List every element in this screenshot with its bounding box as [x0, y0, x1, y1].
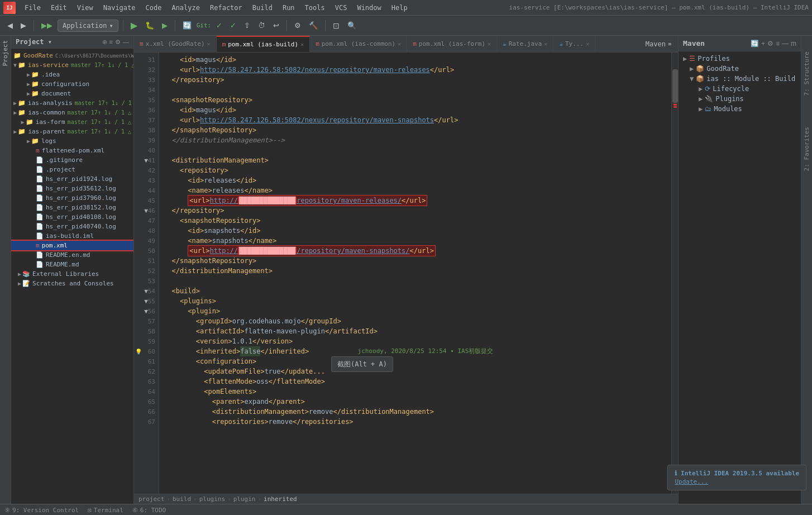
run-button[interactable]: ▶	[128, 18, 140, 32]
tree-item-log6[interactable]: 📄 hs_err_pid40740.log	[11, 222, 133, 231]
menu-window[interactable]: Window	[352, 2, 385, 13]
tree-item-ias-analysis[interactable]: ▶ 📁 ias-analysis master 17↑ 1↓ / 1 △	[11, 98, 133, 108]
maven-settings-button[interactable]: ⚙	[767, 40, 773, 47]
tree-item-goodrate[interactable]: 📁 GoodRate C:\Users\86177\Documents\WeCh…	[11, 51, 133, 60]
tree-item-ias-parent[interactable]: ▶ 📁 ias-parent master 17↑ 1↓ / 1 △	[11, 127, 133, 136]
tree-item-gitignore[interactable]: 📄 .gitignore	[11, 155, 133, 165]
tab-ty[interactable]: ☕ Ty... ✕	[553, 36, 595, 52]
tree-item-ias-build-iml[interactable]: 📄 ias-build.iml	[11, 231, 133, 241]
maven-content[interactable]: ▶ ☰ Profiles ▶ 📦 GoodRate ▼ 📦 ias :: Mod…	[679, 51, 801, 504]
maven-close-button[interactable]: m	[791, 40, 796, 47]
tab-close-icon[interactable]: ✕	[488, 41, 491, 47]
menu-vcs[interactable]: VCS	[331, 2, 352, 13]
menu-file[interactable]: File	[20, 2, 45, 13]
menu-run[interactable]: Run	[278, 2, 299, 13]
menu-view[interactable]: View	[73, 2, 98, 13]
git-commit-button[interactable]: ✓	[213, 20, 225, 31]
tree-settings[interactable]: ≡	[109, 39, 113, 46]
terminal-tab[interactable]: ⊡ Terminal	[88, 507, 123, 514]
git-branch-button[interactable]: ⇧	[241, 20, 253, 31]
run-config-dropdown[interactable]: Application ▾	[58, 20, 118, 32]
tab-pom-ias-build[interactable]: m pom.xml (ias-build) ✕	[217, 36, 311, 52]
tab-close-icon[interactable]: ✕	[586, 41, 589, 47]
forward-button[interactable]: ▶	[18, 20, 29, 31]
breadcrumb-inherited[interactable]: inherited	[264, 495, 297, 503]
tree-item-log5[interactable]: 📄 hs_err_pid40108.log	[11, 212, 133, 222]
tree-item-project-file[interactable]: 📄 .project	[11, 165, 133, 174]
run-config-button[interactable]: ▶▶	[39, 20, 55, 31]
tab-x-xml[interactable]: m x.xml (GoodRate) ✕	[134, 36, 217, 52]
version-control-tab[interactable]: ⑨ 9: Version Control	[4, 507, 79, 514]
maven-item-modules[interactable]: ▶ 🗂 Modules	[679, 104, 801, 114]
tree-item-log1[interactable]: 📄 hs_err_pid1924.log	[11, 174, 133, 184]
tab-maven-panel[interactable]: Maven ≡	[639, 36, 678, 52]
git-update-button[interactable]: 🔄	[180, 20, 194, 31]
tree-item-ias-form[interactable]: ▶ 📁 ias-form master 17↑ 1↓ / 1 △	[11, 117, 133, 127]
tree-item-ias-service[interactable]: ▼ 📁 ias-service master 17↑ 1↓ / 1 △	[11, 60, 133, 70]
menu-tools[interactable]: Tools	[300, 2, 329, 13]
menu-code[interactable]: Code	[141, 2, 166, 13]
coverage-button[interactable]: ▶	[159, 20, 170, 31]
tree-item-log3[interactable]: 📄 hs_err_pid37960.log	[11, 193, 133, 203]
settings-button[interactable]: ⚙	[292, 20, 304, 31]
build-button[interactable]: 🔨	[306, 20, 321, 31]
maven-refresh-button[interactable]: 🔄	[751, 40, 759, 47]
maven-item-profiles[interactable]: ▶ ☰ Profiles	[679, 54, 801, 64]
tree-item-idea[interactable]: ▶ 📁 .idea	[11, 70, 133, 79]
maven-item-lifecycle[interactable]: ▶ ⟳ Lifecycle	[679, 84, 801, 94]
maven-add-button[interactable]: +	[761, 40, 765, 47]
tab-close-icon[interactable]: ✕	[300, 41, 304, 47]
tree-item-logs[interactable]: ▶ 📁 logs	[11, 136, 133, 146]
history-button[interactable]: ⏱	[255, 20, 268, 31]
structure-tab[interactable]: 7: Structure	[802, 47, 811, 100]
tree-item-external-libs[interactable]: ▶ 📚 External Libraries	[11, 269, 133, 279]
favorites-tab[interactable]: 2: Favorites	[802, 122, 811, 175]
tree-gear[interactable]: ⚙	[115, 39, 121, 46]
search-everywhere-button[interactable]: 🔍	[345, 20, 359, 31]
tree-item-pom-xml[interactable]: m pom.xml	[11, 241, 133, 250]
tree-item-readme-en[interactable]: 📄 README.en.md	[11, 250, 133, 260]
menu-refactor[interactable]: Refactor	[206, 2, 247, 13]
file-tree-content[interactable]: 📁 GoodRate C:\Users\86177\Documents\WeCh…	[11, 49, 133, 504]
back-button[interactable]: ◀	[4, 20, 16, 31]
maven-collapse-button[interactable]: —	[782, 40, 789, 47]
debug-button[interactable]: 🐛	[142, 20, 157, 31]
tree-collapse-all[interactable]: ⊕	[102, 39, 107, 46]
tree-close[interactable]: —	[123, 39, 129, 46]
menu-navigate[interactable]: Navigate	[99, 2, 140, 13]
tree-item-log2[interactable]: 📄 hs_err_pid35612.log	[11, 184, 133, 193]
breadcrumb-plugins[interactable]: plugins	[199, 495, 225, 503]
tab-pom-ias-form[interactable]: m pom.xml (ias-form) ✕	[407, 36, 497, 52]
maven-expand-button[interactable]: ≡	[776, 40, 780, 47]
tree-item-log4[interactable]: 📄 hs_err_pid38152.log	[11, 203, 133, 212]
tab-close-icon[interactable]: ✕	[398, 41, 401, 47]
todo-tab[interactable]: ⑥ 6: TODO	[132, 507, 166, 514]
editor-scrollbar[interactable]	[671, 53, 678, 494]
undo-button[interactable]: ↩	[270, 20, 282, 31]
update-link[interactable]: Update...	[675, 478, 708, 485]
maven-item-goodrate[interactable]: ▶ 📦 GoodRate	[679, 64, 801, 74]
maven-item-ias-module-build[interactable]: ▼ 📦 ias :: Module :: Build	[679, 74, 801, 84]
find-button[interactable]: ⊡	[330, 20, 342, 32]
tab-close-icon[interactable]: ✕	[544, 41, 547, 47]
menu-help[interactable]: Help	[387, 2, 412, 13]
breadcrumb-project[interactable]: project	[138, 495, 164, 503]
code-content[interactable]: <id>magus</id> <url>http://58.247.126.58…	[159, 53, 671, 494]
tab-pom-ias-common[interactable]: m pom.xml (ias-common) ✕	[310, 36, 407, 52]
breadcrumb-build[interactable]: build	[173, 495, 191, 503]
tab-close-icon[interactable]: ✕	[207, 41, 211, 47]
tab-rate-java[interactable]: ☕ Rate.java ✕	[497, 36, 553, 52]
menu-edit[interactable]: Edit	[46, 2, 71, 13]
project-tab[interactable]: Project	[1, 36, 10, 70]
tree-item-flattened-pom[interactable]: m flattened-pom.xml	[11, 146, 133, 155]
breadcrumb-plugin[interactable]: plugin	[233, 495, 256, 503]
tree-item-scratches[interactable]: ▶ 📝 Scratches and Consoles	[11, 279, 133, 288]
tree-item-configuration[interactable]: ▶ 📁 configuration	[11, 79, 133, 89]
menu-analyze[interactable]: Analyze	[167, 2, 204, 13]
tree-item-readme[interactable]: 📄 README.md	[11, 260, 133, 269]
maven-item-plugins[interactable]: ▶ 🔌 Plugins	[679, 94, 801, 104]
menu-build[interactable]: Build	[248, 2, 277, 13]
tree-item-ias-common[interactable]: ▶ 📁 ias-common master 17↑ 1↓ / 1 △	[11, 108, 133, 117]
tree-item-document[interactable]: ▶ 📁 document	[11, 89, 133, 98]
scrollbar-thumb[interactable]	[672, 69, 678, 103]
